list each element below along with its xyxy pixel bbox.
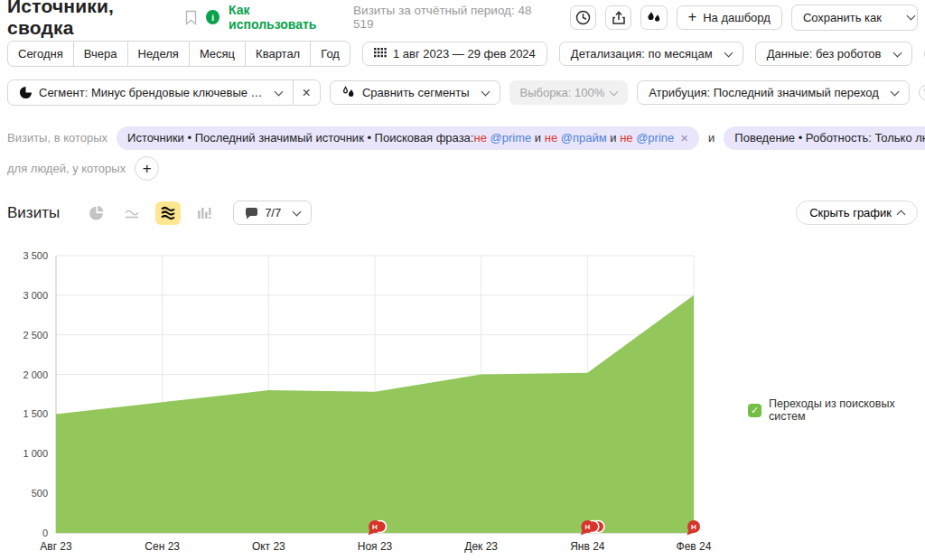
svg-text:Ноя 23: Ноя 23 [358, 540, 393, 553]
period-presets: Сегодня Вчера Неделя Месяц Квартал Год [7, 41, 350, 67]
segment-toolbar: Сегмент: Минус брендовые ключевые … × Ср… [7, 79, 925, 106]
chevron-down-icon [890, 87, 899, 96]
visits-in-which-label: Визиты, в которых [7, 131, 107, 145]
svg-text:Янв 24: Янв 24 [570, 540, 605, 553]
yandex-metrica-sources-summary-page: Источники, сводка i Как использовать Виз… [0, 0, 925, 560]
preset-week[interactable]: Неделя [127, 42, 189, 66]
history-clock-button[interactable] [570, 5, 596, 30]
filter-chip-search-phrase[interactable]: Источники • Последний значимый источник … [117, 126, 699, 150]
svg-text:3 000: 3 000 [23, 290, 48, 301]
compare-drops-icon [341, 86, 356, 99]
line-chart-type-button[interactable] [119, 201, 145, 225]
preset-yesterday[interactable]: Вчера [73, 42, 127, 66]
area-chart-type-button-selected[interactable] [155, 201, 181, 225]
segment-selector[interactable]: Сегмент: Минус брендовые ключевые … × [7, 79, 321, 106]
metrica-drops-icon [647, 11, 662, 24]
svg-text:Н: Н [584, 523, 590, 531]
save-as-label[interactable]: Сохранить как [792, 11, 892, 24]
help-icon[interactable]: ? [919, 85, 925, 100]
attribution-dropdown[interactable]: Атрибуция: Последний значимый переход [637, 80, 910, 105]
save-as-button[interactable]: Сохранить как [791, 5, 918, 31]
preset-today[interactable]: Сегодня [8, 42, 73, 66]
hide-chart-button[interactable]: Скрыть график [796, 201, 918, 225]
info-icon: i [206, 10, 220, 24]
date-range-label: 1 авг 2023 — 29 фев 2024 [393, 47, 536, 61]
metric-title: Визиты [7, 204, 60, 222]
svg-text:500: 500 [32, 488, 48, 499]
data-mode-dropdown[interactable]: Данные: без роботов [755, 42, 912, 66]
chevron-up-icon [897, 210, 906, 219]
hide-chart-label: Скрыть график [809, 206, 892, 219]
svg-text:0: 0 [42, 527, 48, 538]
svg-text:Дек 23: Дек 23 [464, 540, 498, 553]
chevron-down-icon [610, 87, 619, 96]
legend-series-label: Переходы из поисковых систем [769, 397, 925, 423]
attribution-label: Атрибуция: Последний значимый переход [649, 86, 879, 99]
calendar-grid-icon [374, 48, 387, 60]
chart-header: Визиты 7/7 Скрыть график [7, 201, 918, 225]
add-to-dashboard-button[interactable]: + На дашборд [677, 5, 782, 30]
remove-filter-icon[interactable]: × [680, 131, 688, 145]
svg-text:Н: Н [372, 523, 378, 531]
segment-pie-icon [19, 86, 33, 99]
plus-icon: + [688, 10, 696, 24]
preset-year[interactable]: Год [310, 42, 350, 66]
comments-count-label: 7/7 [265, 206, 281, 219]
svg-text:Н: Н [691, 523, 696, 531]
pie-chart-type-button[interactable] [83, 201, 108, 225]
how-to-use-link[interactable]: Как использовать [229, 3, 335, 32]
sampling-label: Выборка: 100% [520, 86, 605, 99]
compare-segments-label: Сравнить сегменты [362, 86, 470, 99]
data-mode-label: Данные: без роботов [767, 47, 882, 61]
detalization-label: Детализация: по месяцам [571, 47, 713, 61]
column-chart-icon [197, 206, 211, 219]
add-to-dashboard-label: На дашборд [703, 11, 771, 24]
export-button[interactable] [605, 5, 631, 30]
and-connector: и [708, 131, 715, 145]
svg-text:2 500: 2 500 [23, 330, 48, 341]
chevron-down-icon [892, 48, 902, 57]
pie-chart-icon [89, 205, 104, 220]
stacked-area-icon [160, 206, 176, 220]
segment-clear-button[interactable]: × [294, 80, 320, 105]
detalization-dropdown[interactable]: Детализация: по месяцам [559, 42, 743, 66]
chip-behavior-label: Поведение • Роботность: Только люди [734, 131, 925, 145]
chip-source-conditions: не @prime и не @прайм и не @prine [473, 131, 674, 145]
svg-text:Сен 23: Сен 23 [145, 540, 180, 553]
column-chart-type-button[interactable] [192, 201, 217, 225]
date-range-button[interactable]: 1 авг 2023 — 29 фев 2024 [362, 42, 547, 66]
chip-source-prefix: Источники • Последний значимый источник … [127, 131, 473, 145]
line-chart-icon [124, 207, 140, 219]
close-icon: × [303, 86, 311, 100]
comment-bubble-icon [245, 207, 258, 219]
preset-month[interactable]: Месяц [189, 42, 245, 66]
chevron-down-icon [907, 12, 916, 21]
svg-text:3 500: 3 500 [23, 250, 48, 261]
compare-segments-dropdown[interactable]: Сравнить сегменты [330, 80, 500, 105]
period-toolbar: Сегодня Вчера Неделя Месяц Квартал Год 1… [7, 41, 925, 67]
chevron-down-icon [724, 48, 733, 57]
metrica-segments-button[interactable] [640, 5, 667, 30]
filter-chip-robotness[interactable]: Поведение • Роботность: Только люди × [724, 126, 925, 150]
sampling-dropdown[interactable]: Выборка: 100% [509, 80, 629, 105]
add-people-filter-button[interactable]: + [135, 156, 159, 181]
save-as-dropdown-toggle[interactable] [892, 5, 918, 30]
clock-icon [575, 10, 591, 25]
bookmark-icon[interactable] [185, 10, 197, 25]
chevron-down-icon [293, 207, 302, 216]
svg-text:Фев 24: Фев 24 [677, 540, 712, 553]
for-people-label: для людей, у которых [7, 162, 126, 175]
legend-checkbox-checked[interactable]: ✓ [748, 404, 761, 417]
svg-text:Окт 23: Окт 23 [252, 540, 285, 553]
segment-label: Сегмент: Минус брендовые ключевые … [39, 86, 263, 99]
header: Источники, сводка i Как использовать Виз… [7, 4, 918, 31]
svg-text:2 000: 2 000 [23, 369, 48, 380]
svg-text:Авг 23: Авг 23 [40, 540, 72, 553]
svg-text:1 500: 1 500 [23, 408, 48, 419]
visits-period-label: Визиты за отчётный период: 48 519 [353, 4, 545, 31]
export-icon [612, 10, 626, 25]
comments-dropdown[interactable]: 7/7 [233, 201, 312, 225]
chart-legend: ✓ Переходы из поисковых систем [748, 397, 925, 423]
preset-quarter[interactable]: Квартал [245, 42, 310, 66]
visit-filters: Визиты, в которых Источники • Последний … [7, 126, 925, 150]
